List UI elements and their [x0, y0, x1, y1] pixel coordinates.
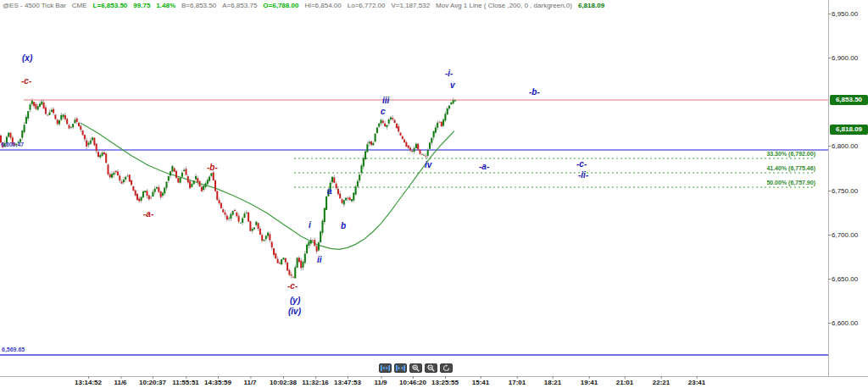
- wave-label[interactable]: -a-: [143, 210, 153, 219]
- wave-label[interactable]: (x): [22, 54, 32, 63]
- price-axis[interactable]: 6,950.006,900.006,800.006,750.006,700.00…: [828, 0, 868, 376]
- fib-level-label: 41.40% (6,775.46): [739, 165, 815, 171]
- wave-label[interactable]: -a-: [479, 163, 489, 171]
- line-price-label: 6,800.47: [1, 141, 24, 147]
- wave-label[interactable]: -ii-: [578, 171, 588, 180]
- symbol-title: @ES - 4500 Tick Bar: [3, 2, 66, 9]
- wave-label[interactable]: (iv): [288, 308, 301, 316]
- wave-label[interactable]: a: [327, 187, 332, 196]
- volume: V=1,187,532: [391, 2, 430, 9]
- net-change: 99.75: [133, 2, 150, 9]
- time-axis-label: 11/9: [374, 379, 387, 386]
- moving-average-line: [81, 123, 454, 249]
- price-axis-label: 6,900.00: [832, 54, 858, 62]
- indicator-label: Mov Avg 1 Line ( Close ,200, 0 , darkgre…: [436, 2, 572, 9]
- wave-label[interactable]: -c-: [287, 282, 298, 291]
- reset-view-icon: [442, 364, 450, 372]
- last-price: L=6,853.50: [93, 2, 128, 9]
- wave-label[interactable]: -c-: [21, 77, 31, 86]
- price-axis-label: 6,600.00: [832, 319, 858, 327]
- line-price-label: 6,569.65: [2, 346, 25, 352]
- compress-bars-button[interactable]: [379, 363, 392, 373]
- last-price-badge: 6,853.50: [830, 95, 868, 105]
- bid-price: B=6,853.50: [181, 2, 216, 9]
- wave-label[interactable]: -i-: [445, 69, 453, 78]
- time-axis-label: 23:41: [688, 379, 705, 386]
- wave-label[interactable]: b: [341, 222, 346, 230]
- time-axis-label: 11/7: [243, 379, 256, 386]
- fib-level-label: 50.00% (6,757.90): [739, 180, 815, 186]
- wave-label[interactable]: (y): [290, 297, 300, 305]
- time-axis-label: 15:41: [472, 379, 489, 386]
- zoom-in-icon: [412, 364, 420, 372]
- open-price: O=6,788.00: [263, 2, 298, 9]
- zoom-out-icon: [427, 364, 435, 372]
- time-axis[interactable]: 13:14:5211/610:20:3711:55:5114:35:5911/7…: [0, 376, 868, 388]
- exchange-label: CME: [72, 2, 87, 9]
- wave-label[interactable]: c: [381, 108, 386, 116]
- zoom-out-button[interactable]: [425, 363, 437, 373]
- percent-change: 1.48%: [156, 2, 175, 9]
- time-axis-label: 18:21: [544, 379, 561, 386]
- time-axis-label: 11:55:51: [172, 379, 199, 386]
- time-axis-label: 13:47:53: [334, 379, 361, 386]
- ask-price: A=6,853.75: [222, 2, 257, 9]
- quote-header: @ES - 4500 Tick Bar CME L=6,853.50 99.75…: [3, 1, 604, 10]
- wave-label[interactable]: iv: [425, 161, 431, 169]
- wave-label[interactable]: -b-: [529, 88, 540, 97]
- price-axis-label: 6,650.00: [832, 275, 858, 283]
- chart-window: @ES - 4500 Tick Bar CME L=6,853.50 99.75…: [0, 0, 868, 388]
- time-axis-label: 13:25:55: [431, 379, 459, 386]
- price-axis-label: 6,700.00: [832, 231, 858, 239]
- indicator-value: 6,818.09: [578, 2, 604, 9]
- expand-bars-button[interactable]: [394, 363, 407, 373]
- price-axis-label: 6,750.00: [832, 187, 858, 195]
- time-axis-label: 17:01: [509, 379, 526, 386]
- time-axis-label: 22:21: [653, 379, 670, 386]
- chart-toolbar: [379, 363, 453, 373]
- time-axis-label: 10:46:20: [399, 379, 426, 386]
- price-axis-label: 6,950.00: [832, 10, 858, 18]
- price-axis-label: 6,800.00: [832, 142, 858, 150]
- last-price-badge: 6,818.09: [830, 125, 868, 135]
- zoom-in-button[interactable]: [409, 363, 422, 373]
- wave-label[interactable]: -c-: [576, 160, 587, 169]
- time-axis-label: 10:20:37: [139, 379, 166, 386]
- time-axis-label: 14:35:59: [204, 379, 231, 386]
- fib-level-label: 33.30% (6,792.00): [739, 151, 815, 157]
- time-axis-label: 21:01: [616, 379, 633, 386]
- compress-bars-icon: [381, 365, 390, 371]
- expand-bars-icon: [396, 365, 405, 371]
- time-axis-label: 19:41: [581, 379, 598, 386]
- chart-plot-area[interactable]: (x)-c--a--b--c-(y)(iv)iiiabiiicivv-i--b-…: [0, 0, 828, 376]
- wave-label[interactable]: -b-: [207, 164, 218, 172]
- time-axis-label: 11/6: [114, 379, 126, 386]
- wave-label[interactable]: ii: [317, 256, 322, 264]
- time-axis-label: 13:14:52: [75, 379, 102, 386]
- wave-label[interactable]: i: [309, 221, 311, 230]
- low-price: Lo=6,772.00: [348, 2, 386, 9]
- time-axis-label: 10:02:38: [270, 379, 297, 386]
- time-axis-label: 11:32:16: [302, 379, 329, 386]
- price-chart-svg[interactable]: [0, 0, 828, 376]
- wave-label[interactable]: v: [450, 81, 455, 90]
- reset-view-button[interactable]: [440, 363, 453, 373]
- wave-label[interactable]: iii: [382, 97, 389, 105]
- high-price: Hi=6,854.00: [304, 2, 341, 9]
